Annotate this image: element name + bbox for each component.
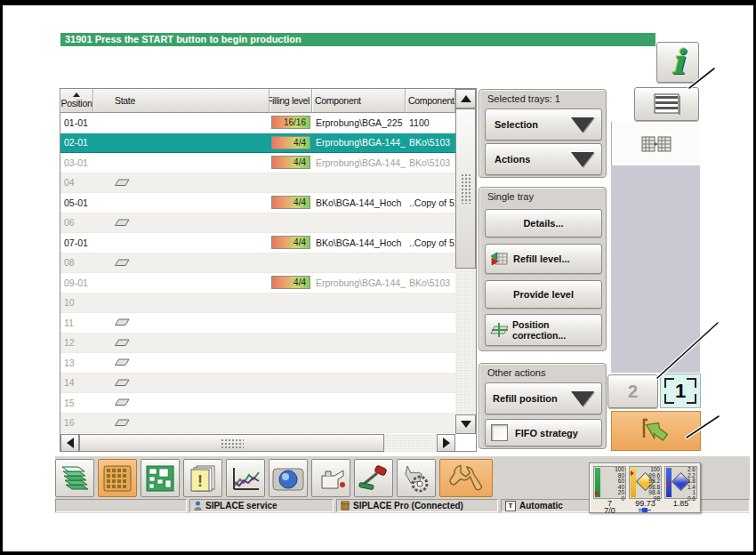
table-cell	[312, 374, 406, 393]
scroll-right-button[interactable]	[437, 434, 455, 452]
empty-tray-icon	[115, 219, 130, 227]
table-row[interactable]: 14	[60, 374, 455, 394]
table-cell	[93, 133, 269, 153]
table-cell	[93, 153, 269, 173]
column-header-state[interactable]: State	[93, 89, 269, 113]
table-cell: Erprobung\BGA-144_2	[312, 153, 406, 173]
actions-dropdown-button[interactable]: Actions	[485, 143, 602, 175]
message-text: 31901 Press the START button to begin pr…	[65, 34, 302, 44]
table-cell	[269, 313, 312, 333]
selected-trays-label: Selected trays: 1	[487, 93, 560, 104]
gauge-marker-icon	[595, 491, 599, 496]
table-row[interactable]: 07-014/4BKo\BGA-144_Hoch..Copy of 51	[60, 233, 455, 253]
table-cell: 16/16	[269, 113, 312, 133]
table-row[interactable]: 13	[60, 353, 455, 374]
tab-tray-view-active[interactable]	[611, 122, 700, 165]
vertical-scrollbar-thumb[interactable]	[455, 109, 476, 269]
refill-position-dropdown-button[interactable]: Refill position	[485, 382, 602, 414]
gauge-bar	[595, 468, 600, 497]
table-row[interactable]: 01-0116/16Erprobung\BGA_2251100	[60, 113, 455, 133]
empty-tray-icon	[115, 339, 130, 347]
scroll-down-button[interactable]	[455, 414, 476, 434]
svg-text:!: !	[197, 472, 203, 490]
arrow-down-icon	[461, 421, 471, 428]
table-row[interactable]: 06	[60, 213, 455, 234]
page-1-button[interactable]: 1	[660, 374, 701, 408]
toolbar-repair-button[interactable]	[354, 459, 393, 497]
position-correction-button[interactable]: Position correction...	[485, 314, 602, 346]
scroll-up-button[interactable]	[455, 89, 476, 109]
toolbar-component-stack-button[interactable]	[55, 459, 94, 497]
table-cell	[406, 353, 455, 373]
table-row[interactable]: 16	[60, 414, 455, 434]
maintenance-oilcan-icon	[315, 465, 347, 492]
table-row[interactable]: 02-014/4Erprobung\BGA-144_1BKo\5103	[60, 133, 455, 154]
toolbar-maintenance-button[interactable]	[311, 459, 350, 497]
toolbar-camera-button[interactable]	[269, 459, 308, 497]
table-cell: Erprobung\BGA-144_3	[312, 273, 406, 293]
table-cell: BKo\5103	[406, 133, 455, 153]
fifo-strategy-button[interactable]: FIFO strategy	[485, 419, 602, 446]
table-cell	[93, 374, 269, 393]
table-row[interactable]: 05-014/4BKo\BGA-144_Hoch..Copy of 51	[60, 193, 455, 213]
table-cell: 01-01	[60, 113, 93, 133]
table-row[interactable]: 08	[60, 253, 455, 274]
table-cell: 06	[60, 213, 93, 233]
table-cell	[269, 253, 312, 273]
position-correction-icon	[490, 323, 509, 337]
empty-tray-icon	[115, 379, 130, 387]
toolbar-tray-matrix-button[interactable]	[98, 459, 137, 497]
service-wrench-icon	[449, 463, 483, 494]
arrow-left-icon	[67, 438, 74, 448]
refill-level-button[interactable]: Refill level...	[485, 244, 602, 274]
toolbar-statistics-button[interactable]	[226, 459, 265, 497]
toolbar-messages-button[interactable]: !	[183, 459, 222, 497]
gauge-value: 77/0	[593, 500, 626, 514]
info-button[interactable]: i	[656, 42, 699, 83]
column-header-filling-level[interactable]: Filling level	[269, 89, 312, 113]
scroll-left-button[interactable]	[60, 434, 79, 452]
horizontal-scrollbar-thumb[interactable]	[79, 434, 384, 452]
table-cell: 07-01	[60, 233, 93, 253]
table-cell	[93, 353, 269, 373]
table-cell	[312, 313, 406, 333]
table-cell	[269, 353, 312, 373]
table-row[interactable]: 09-014/4Erprobung\BGA-144_3BKo\5103	[60, 273, 455, 294]
table-cell	[312, 393, 406, 413]
message-bar: 31901 Press the START button to begin pr…	[60, 33, 655, 46]
table-row[interactable]: 04	[60, 173, 455, 194]
table-cell	[269, 213, 312, 233]
table-cell	[312, 414, 406, 433]
horizontal-scrollbar[interactable]	[60, 434, 455, 452]
toolbar-service-button[interactable]	[439, 459, 493, 497]
table-row[interactable]: 15	[60, 393, 455, 414]
fifo-checkbox[interactable]	[491, 424, 508, 441]
table-cell: 4/4	[269, 233, 312, 253]
dropdown-arrow-icon	[571, 391, 594, 406]
table-cell	[93, 113, 269, 133]
details-button[interactable]: Details...	[485, 209, 602, 237]
table-cell	[93, 273, 269, 293]
table-row[interactable]: 11	[60, 313, 455, 334]
back-button[interactable]	[611, 411, 701, 451]
column-header-position[interactable]: Position	[60, 89, 93, 113]
table-row[interactable]: 12	[60, 334, 455, 354]
column-header-component[interactable]: Component	[312, 89, 406, 113]
table-row[interactable]: 03-014/4Erprobung\BGA-144_2BKo\5103	[60, 153, 455, 173]
column-header-component2[interactable]: Component	[406, 89, 455, 113]
machine-gauges-panel[interactable]: 10080604020077/010099.699.298.898.49899.…	[589, 462, 701, 513]
table-cell: 13	[60, 353, 93, 373]
toolbar-board-layout-button[interactable]	[141, 459, 180, 497]
vertical-scrollbar[interactable]	[455, 89, 476, 434]
list-view-button[interactable]	[634, 87, 699, 121]
toolbar-manual-mode-button[interactable]	[397, 459, 436, 497]
page-2-button[interactable]: 2	[607, 374, 658, 408]
repair-screwdriver-icon	[358, 465, 390, 492]
dropdown-arrow-icon	[571, 117, 594, 133]
selection-dropdown-button[interactable]: Selection	[485, 109, 602, 141]
provide-level-button[interactable]: Provide level	[485, 280, 602, 309]
table-row[interactable]: 10	[60, 294, 455, 314]
table-cell: BKo\5103	[406, 153, 455, 173]
gauge-bar	[631, 468, 636, 497]
package-icon	[341, 501, 350, 511]
